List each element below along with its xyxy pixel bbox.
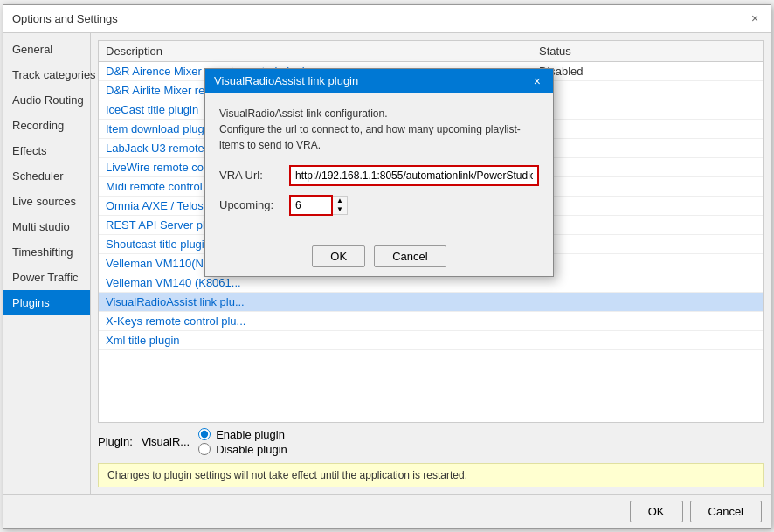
sidebar: GeneralTrack categoriesAudio RoutingReco…	[3, 33, 91, 494]
title-bar: Options and Settings ×	[3, 5, 771, 33]
dialog-ok-button[interactable]: OK	[312, 245, 365, 267]
dialog-title-bar: VisualRadioAssist link plugin ×	[205, 69, 553, 93]
dialog-close-button[interactable]: ×	[530, 74, 544, 88]
dialog-cancel-button[interactable]: Cancel	[374, 245, 446, 267]
upcoming-input[interactable]	[289, 195, 333, 216]
window-title: Options and Settings	[12, 12, 118, 25]
dialog-title: VisualRadioAssist link plugin	[214, 74, 358, 87]
vra-url-input[interactable]	[289, 165, 539, 186]
visual-radio-dialog: VisualRadioAssist link plugin × VisualRa…	[204, 68, 554, 277]
main-content: Description Status D&R Airence Mixer rem…	[91, 33, 771, 494]
spinner-arrows: ▲ ▼	[333, 196, 348, 215]
dialog-footer: OK Cancel	[205, 237, 553, 276]
vra-url-label: VRA Url:	[219, 169, 289, 182]
upcoming-field: Upcoming: ▲ ▼	[219, 195, 539, 216]
window-body: GeneralTrack categoriesAudio RoutingReco…	[3, 33, 771, 494]
sidebar-item-audio-routing[interactable]: Audio Routing	[3, 87, 90, 113]
sidebar-item-general[interactable]: General	[3, 37, 90, 62]
sidebar-item-multi-studio[interactable]: Multi studio	[3, 214, 90, 239]
dialog-overlay: VisualRadioAssist link plugin × VisualRa…	[91, 33, 771, 494]
sidebar-item-recording[interactable]: Recording	[3, 113, 90, 138]
sidebar-item-timeshifting[interactable]: Timeshifting	[3, 239, 90, 265]
upcoming-label: Upcoming:	[219, 198, 289, 211]
spinner-up-button[interactable]: ▲	[333, 197, 347, 205]
dialog-description: VisualRadioAssist link configuration. Co…	[219, 106, 539, 153]
vra-url-field: VRA Url:	[219, 165, 539, 186]
upcoming-spinner-group: ▲ ▼	[289, 195, 348, 216]
sidebar-item-effects[interactable]: Effects	[3, 138, 90, 163]
sidebar-item-power-traffic[interactable]: Power Traffic	[3, 265, 90, 290]
footer-ok-button[interactable]: OK	[630, 501, 683, 522]
sidebar-item-track-categories[interactable]: Track categories	[3, 62, 90, 87]
window-footer: OK Cancel	[3, 494, 771, 528]
dialog-body: VisualRadioAssist link configuration. Co…	[205, 93, 553, 237]
footer-cancel-button[interactable]: Cancel	[690, 501, 762, 522]
sidebar-item-scheduler[interactable]: Scheduler	[3, 163, 90, 189]
window-close-button[interactable]: ×	[748, 11, 762, 25]
main-window: Options and Settings × GeneralTrack cate…	[3, 4, 771, 529]
sidebar-item-live-sources[interactable]: Live sources	[3, 189, 90, 214]
spinner-down-button[interactable]: ▼	[333, 205, 347, 214]
sidebar-item-plugins[interactable]: Plugins	[3, 290, 90, 315]
